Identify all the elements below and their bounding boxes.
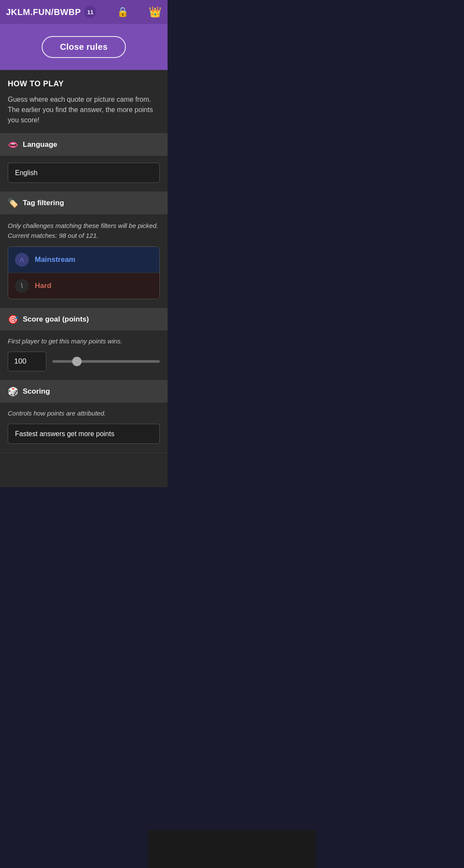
tag-item-hard[interactable]: \ Hard bbox=[8, 273, 159, 299]
score-goal-section: First player to get this many points win… bbox=[0, 331, 168, 380]
site-title: JKLM.FUN/BWBP bbox=[6, 7, 81, 17]
score-goal-section-header: 🎯 Score goal (points) bbox=[0, 308, 168, 331]
top-bar-left: JKLM.FUN/BWBP 11 bbox=[6, 6, 96, 18]
tag-filtering-label: Tag filtering bbox=[23, 199, 64, 207]
scoring-description: Controls how points are attributed. bbox=[8, 410, 160, 417]
how-to-play-section: HOW TO PLAY Guess where each quote or pi… bbox=[0, 70, 168, 134]
how-to-play-title: HOW TO PLAY bbox=[8, 79, 160, 88]
language-select[interactable]: English bbox=[8, 163, 160, 183]
header-section: Close rules bbox=[0, 24, 168, 70]
score-goal-icon: 🎯 bbox=[8, 314, 18, 325]
hard-icon: \ bbox=[15, 279, 29, 293]
language-section-header: 👄 Language bbox=[0, 134, 168, 156]
hard-label: Hard bbox=[35, 282, 52, 290]
mainstream-icon: ∩ bbox=[15, 253, 29, 267]
score-controls bbox=[8, 352, 160, 371]
tag-item-mainstream[interactable]: ∩ Mainstream bbox=[8, 247, 159, 273]
mainstream-label: Mainstream bbox=[35, 255, 75, 264]
language-icon: 👄 bbox=[8, 140, 18, 150]
scoring-select[interactable]: Fastest answers get more points bbox=[8, 424, 160, 444]
tag-list: ∩ Mainstream \ Hard bbox=[8, 246, 160, 299]
how-to-play-description: Guess where each quote or picture came f… bbox=[8, 94, 160, 125]
tag-filtering-icon: 🏷️ bbox=[8, 198, 18, 208]
scoring-section-header: 🎲 Scoring bbox=[0, 380, 168, 403]
language-section: English bbox=[0, 156, 168, 192]
crown-icon: 👑 bbox=[149, 6, 162, 18]
scoring-label: Scoring bbox=[23, 387, 50, 396]
score-goal-description: First player to get this many points win… bbox=[8, 337, 160, 345]
language-label: Language bbox=[23, 140, 57, 149]
tag-filtering-description: Only challenges matching these filters w… bbox=[8, 221, 160, 240]
scoring-section: Controls how points are attributed. Fast… bbox=[0, 403, 168, 453]
score-slider[interactable] bbox=[52, 360, 160, 363]
tag-filtering-section-header: 🏷️ Tag filtering bbox=[0, 192, 168, 214]
scoring-icon: 🎲 bbox=[8, 386, 18, 397]
close-rules-button[interactable]: Close rules bbox=[42, 36, 125, 58]
score-input[interactable] bbox=[8, 352, 46, 371]
player-count-badge: 11 bbox=[84, 6, 96, 18]
tag-filtering-section: Only challenges matching these filters w… bbox=[0, 214, 168, 308]
score-goal-label: Score goal (points) bbox=[23, 315, 89, 324]
content-area: HOW TO PLAY Guess where each quote or pi… bbox=[0, 70, 168, 487]
top-bar: JKLM.FUN/BWBP 11 🔒 👑 bbox=[0, 0, 168, 24]
lock-icon: 🔒 bbox=[117, 6, 128, 18]
